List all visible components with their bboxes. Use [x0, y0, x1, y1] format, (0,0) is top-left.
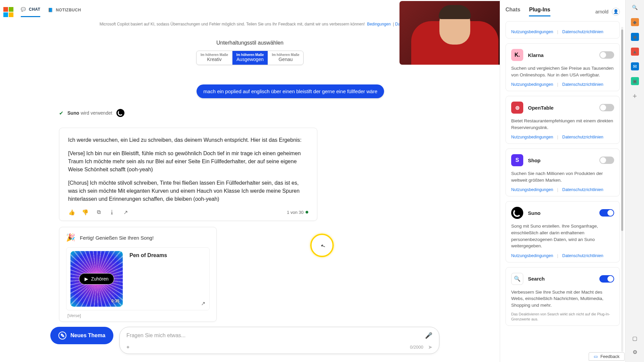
suno-plugin-icon [511, 207, 523, 219]
shop-icon: S [511, 154, 523, 166]
chat-icon: 💬 [21, 7, 26, 12]
right-app-rail: 🔍 ◆ ◉ ▲ ✉ ▣ + ▢ ⚙ [625, 0, 644, 362]
rail-app-3-icon[interactable]: ▲ [631, 48, 639, 56]
new-topic-icon: ✎ [58, 331, 66, 340]
song-duration: 0:35 [111, 299, 119, 303]
share-button[interactable]: ↗ [122, 208, 129, 216]
plugin-toggle-klarna[interactable] [599, 51, 614, 59]
tab-notebook-label: NOTIZBUCH [56, 8, 81, 12]
outlook-icon[interactable]: ✉ [631, 62, 639, 70]
rail-add-icon[interactable]: + [633, 92, 637, 101]
privacy-link[interactable]: Datenschutzrichtlinien [562, 82, 603, 87]
song-card: 🎉 Fertig! Genießen Sie Ihren Song! ▶ Zuh… [59, 227, 217, 322]
terms-link[interactable]: Nutzungsbedingungen [511, 29, 553, 34]
tab-chat[interactable]: 💬 CHAT [21, 7, 40, 17]
plugin-name: OpenTable [528, 105, 553, 111]
rail-panel-icon[interactable]: ▢ [632, 335, 637, 342]
rail-app-1-icon[interactable]: ◆ [631, 18, 639, 26]
user-message-bubble: mach ein poplied auf englisch über einen… [197, 84, 384, 98]
privacy-link[interactable]: Datenschutzrichtlinien [562, 187, 603, 192]
ai-chorus: [Chorus] Ich möchte stilvoll schreiben, … [68, 179, 308, 203]
plugin-desc: Bietet Restaurantempfehlungen mit einem … [511, 118, 614, 131]
rail-app-2-icon[interactable]: ◉ [631, 33, 639, 41]
user-avatar-icon: 👤 [612, 8, 620, 16]
style-balanced-button[interactable]: Im höheren Maße Ausgewogen [232, 51, 268, 65]
panel-tab-plugins[interactable]: Plug-Ins [529, 7, 550, 16]
privacy-link[interactable]: Datenschutzrichtlinien [562, 29, 603, 34]
rail-app-5-icon[interactable]: ▣ [631, 77, 639, 85]
search-icon[interactable]: 🔍 [631, 3, 639, 11]
plugin-card-opentable: ⊚ OpenTable Bietet Restaurantempfehlunge… [505, 96, 620, 144]
plugin-search-note: Das Deaktivieren von Search wirkt sich n… [511, 312, 614, 321]
tab-notebook[interactable]: 📘 NOTIZBUCH [48, 7, 81, 17]
terms-link[interactable]: Nutzungsbedingungen [511, 187, 553, 192]
panel-tab-chats[interactable]: Chats [505, 7, 520, 16]
privacy-link[interactable]: Datenschutzrichtlinien [562, 253, 603, 258]
send-button[interactable]: ➤ [428, 344, 432, 350]
ai-verse: [Verse] Ich bin nur ein Bleistift, fühle… [68, 149, 308, 174]
klarna-icon: K. [511, 49, 523, 61]
terms-link[interactable]: Nutzungsbedingungen [511, 82, 553, 87]
webcam-overlay [399, 1, 510, 65]
plugin-toggle-suno[interactable] [599, 209, 614, 217]
style-precise-button[interactable]: Im höheren Maße Genau [268, 51, 303, 65]
new-topic-button[interactable]: ✎ Neues Thema [50, 327, 113, 344]
check-icon: ✔ [59, 110, 63, 116]
plugin-name: Suno [528, 210, 541, 216]
mic-button[interactable]: 🎤 [425, 332, 432, 339]
song-title: Pen of Dreams [129, 252, 194, 258]
top-tabs: 💬 CHAT 📘 NOTIZBUCH [3, 7, 81, 17]
song-verse-peek: [Verse] [67, 313, 210, 318]
feedback-button[interactable]: ▭ Feedback [589, 352, 625, 361]
plugin-toggle-opentable[interactable] [599, 104, 614, 111]
status-dot-icon [306, 211, 308, 214]
tab-chat-label: CHAT [29, 7, 40, 12]
feedback-icon: ▭ [594, 354, 598, 359]
song-ready-text: Fertig! Genießen Sie Ihren Song! [80, 235, 154, 241]
listen-button[interactable]: ▶ Zuhören [79, 273, 114, 285]
message-input[interactable] [126, 333, 425, 339]
rail-settings-icon[interactable]: ⚙ [633, 349, 637, 355]
plugin-desc: Suchen Sie nach Millionen von Produkten … [511, 170, 614, 183]
panel-user[interactable]: arnold 👤 [595, 8, 620, 16]
plugin-toggle-search[interactable] [599, 275, 614, 283]
download-button[interactable]: ⭳ [108, 208, 116, 216]
style-creative-button[interactable]: Im höheren Maße Kreativ [197, 51, 232, 65]
using-suffix: wird verwendet [80, 110, 112, 116]
like-button[interactable]: 👍 [68, 208, 75, 216]
plugin-desc: Suchen und vergleichen Sie Preise aus Ta… [511, 65, 614, 78]
dislike-button[interactable]: 👎 [82, 208, 89, 216]
copy-button[interactable]: ⧉ [95, 208, 102, 216]
ai-response-card: Ich werde versuchen, ein Lied zu schreib… [59, 128, 317, 221]
panel-user-name: arnold [595, 9, 608, 14]
plugin-name: Shop [528, 158, 541, 163]
ai-intro: Ich werde versuchen, ein Lied zu schreib… [68, 136, 308, 144]
disclaimer-text: Microsoft Copilot basiert auf KI, sodass… [100, 22, 365, 26]
terms-link[interactable]: Nutzungsbedingungen [511, 253, 553, 258]
plugin-desc: Verbessern Sie Ihre Suche mit der Macht … [511, 289, 614, 309]
plugin-card-search: 🔍 Search Verbessern Sie Ihre Suche mit d… [505, 267, 620, 326]
plugin-name: Klarna [528, 52, 544, 58]
response-counter: 1 von 30 [287, 210, 308, 215]
panel-scrollbar[interactable] [621, 27, 623, 352]
plugin-card-klarna: K. Klarna Suchen und vergleichen Sie Pre… [505, 43, 620, 91]
using-plugin-name: Suno [67, 110, 79, 116]
composer-row: ✎ Neues Thema 🎤 ⌖ 0/2000 ➤ [50, 327, 439, 354]
plugin-name: Search [528, 276, 545, 282]
play-icon: ▶ [85, 276, 88, 282]
plugin-card-previous: Nutzungsbedingungen| Datenschutzrichtlin… [505, 21, 620, 39]
terms-link[interactable]: Nutzungsbedingungen [511, 135, 553, 139]
image-input-button[interactable]: ⌖ [126, 344, 129, 350]
microsoft-logo-icon [3, 7, 13, 17]
celebrate-icon: 🎉 [66, 233, 75, 242]
plugins-panel: Chats Plug-Ins arnold 👤 Nutzungsbedingun… [500, 0, 625, 362]
search-plugin-icon: 🔍 [511, 273, 523, 285]
privacy-link[interactable]: Datenschutzrichtlinien [562, 135, 603, 139]
main-column: Microsoft Copilot basiert auf KI, sodass… [0, 20, 500, 362]
song-share-button[interactable]: ↗ [201, 300, 205, 307]
suno-icon [116, 109, 124, 117]
plugin-card-suno: Suno Song mit Suno erstellen. Ihre Songa… [505, 201, 620, 262]
disclaimer-terms-link[interactable]: Bedingungen [367, 22, 391, 26]
plugin-toggle-shop[interactable] [599, 157, 614, 164]
opentable-icon: ⊚ [511, 102, 523, 114]
